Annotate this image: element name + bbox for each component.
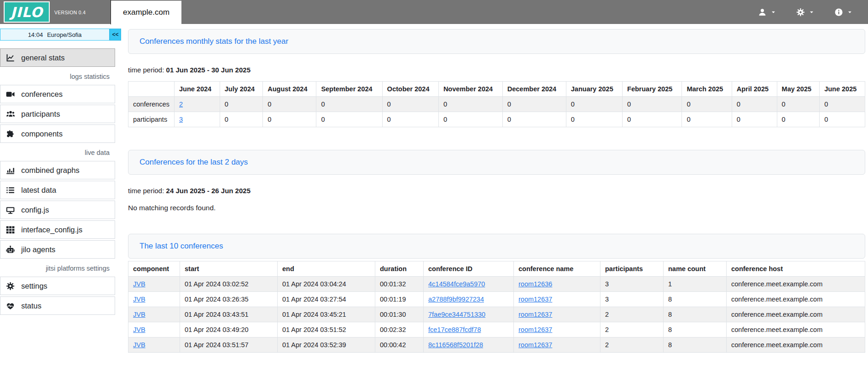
conference-name-link[interactable]: room12636 bbox=[518, 280, 552, 288]
monthly-column-header bbox=[128, 82, 175, 97]
last-conferences-title[interactable]: The last 10 conferences bbox=[140, 242, 223, 251]
conference-name-link[interactable]: room12637 bbox=[518, 311, 552, 318]
conference-table-row: JVB01 Apr 2024 03:43:5101 Apr 2024 03:45… bbox=[128, 307, 865, 322]
table-cell: 00:00:42 bbox=[375, 337, 424, 353]
sidebar-item-combined-graphs[interactable]: combined graphs bbox=[0, 161, 115, 179]
table-cell: 0 bbox=[502, 112, 566, 127]
conference-name-link[interactable]: room12637 bbox=[518, 326, 552, 333]
time-period-value: 01 Jun 2025 - 30 Jun 2025 bbox=[166, 66, 250, 74]
monthly-column-header: July 2024 bbox=[220, 82, 263, 97]
last-2-days-time-period: time period: 24 Jun 2025 - 26 Jun 2025 bbox=[128, 187, 865, 195]
header-menu-info[interactable] bbox=[834, 8, 852, 17]
sidebar-item-label: combined graphs bbox=[21, 166, 80, 175]
sidebar-section-label: live data bbox=[0, 144, 115, 161]
table-cell: 01 Apr 2024 03:51:52 bbox=[278, 322, 375, 337]
sidebar-item-jilo-agents[interactable]: jilo agents bbox=[0, 240, 115, 259]
chart-line-icon bbox=[6, 53, 16, 62]
sidebar-item-latest-data[interactable]: latest data bbox=[0, 181, 115, 199]
conference-id-link[interactable]: 8c116568f5201f28 bbox=[428, 341, 483, 349]
sidebar-item-general-stats[interactable]: general stats bbox=[0, 48, 115, 67]
table-cell: conference.meet.example.com bbox=[727, 337, 865, 353]
table-cell: 0 bbox=[732, 97, 777, 112]
robot-icon bbox=[6, 245, 16, 254]
sidebar-item-label: participants bbox=[21, 110, 60, 118]
table-cell: 8 bbox=[664, 292, 727, 307]
monthly-stats-table: June 2024July 2024August 2024September 2… bbox=[128, 81, 865, 127]
table-cell: 01 Apr 2024 03:02:52 bbox=[180, 277, 278, 292]
conference-id-link[interactable]: 7fae9ce344751330 bbox=[428, 311, 485, 318]
sidebar-item-settings[interactable]: settings bbox=[0, 277, 115, 295]
component-link[interactable]: JVB bbox=[133, 280, 146, 288]
component-link[interactable]: JVB bbox=[133, 311, 146, 318]
sidebar-item-conferences[interactable]: conferences bbox=[0, 85, 115, 103]
table-cell: 8 bbox=[664, 307, 727, 322]
conference-name-link[interactable]: room12637 bbox=[518, 341, 552, 349]
component-link[interactable]: JVB bbox=[133, 341, 146, 349]
table-cell: 0 bbox=[777, 112, 820, 127]
video-camera-icon bbox=[6, 90, 16, 99]
sidebar-item-participants[interactable]: participants bbox=[0, 105, 115, 123]
table-cell: 0 bbox=[623, 112, 682, 127]
table-cell: 0 bbox=[316, 97, 382, 112]
monthly-row-participants: participants3000000000000 bbox=[128, 112, 865, 127]
conference-column-header: conference host bbox=[727, 261, 865, 277]
table-cell: JVB bbox=[128, 292, 180, 307]
platform-tab[interactable]: example.com bbox=[111, 0, 181, 24]
monthly-column-header: December 2024 bbox=[502, 82, 566, 97]
app-version: VERSION 0.4 bbox=[54, 10, 86, 15]
no-records-message: No matching records found. bbox=[128, 204, 865, 212]
table-cell: 01 Apr 2024 03:27:54 bbox=[278, 292, 375, 307]
table-cell: 0 bbox=[566, 112, 622, 127]
sidebar-item-status[interactable]: status bbox=[0, 296, 115, 315]
table-cell: 0 bbox=[777, 97, 820, 112]
time-period-label: time period: bbox=[128, 187, 164, 195]
conference-id-link[interactable]: a2788f9bf9927234 bbox=[428, 296, 484, 303]
last-2-days-title[interactable]: Conferences for the last 2 days bbox=[140, 158, 248, 167]
monthly-column-header: September 2024 bbox=[316, 82, 382, 97]
monthly-column-header: November 2024 bbox=[438, 82, 502, 97]
table-cell: 00:01:30 bbox=[375, 307, 424, 322]
caret-down-icon bbox=[771, 10, 776, 15]
sidebar-item-components[interactable]: components bbox=[0, 124, 115, 143]
main-content: Conferences monthly stats for the last y… bbox=[115, 24, 868, 373]
app-logo: JILO bbox=[4, 1, 50, 23]
bar-chart-icon bbox=[6, 166, 16, 175]
monthly-stats-title[interactable]: Conferences monthly stats for the last y… bbox=[140, 37, 288, 46]
table-cell: conference.meet.example.com bbox=[727, 307, 865, 322]
conference-table-row: JVB01 Apr 2024 03:51:5701 Apr 2024 03:52… bbox=[128, 337, 865, 353]
table-cell: 0 bbox=[502, 97, 566, 112]
table-cell: 0 bbox=[566, 97, 622, 112]
sidebar-item-config-js[interactable]: config.js bbox=[0, 201, 115, 219]
sidebar-nav: general statslogs statisticsconferencesp… bbox=[0, 48, 115, 315]
conference-id-link[interactable]: fce17ce887fcdf78 bbox=[428, 326, 481, 333]
sidebar-item-interface-config-js[interactable]: interface_config.js bbox=[0, 220, 115, 239]
monthly-count-link[interactable]: 2 bbox=[179, 101, 183, 108]
header-menu-gear[interactable] bbox=[796, 8, 814, 17]
sidebar: 14:04 Europe/Sofia << general statslogs … bbox=[0, 24, 115, 316]
table-cell: 0 bbox=[316, 112, 382, 127]
component-link[interactable]: JVB bbox=[133, 296, 146, 303]
table-cell: 01 Apr 2024 03:43:51 bbox=[180, 307, 278, 322]
table-cell: 01 Apr 2024 03:45:21 bbox=[278, 307, 375, 322]
header-menu-user[interactable] bbox=[758, 8, 776, 17]
table-cell: 0 bbox=[732, 112, 777, 127]
table-cell: 0 bbox=[820, 97, 865, 112]
conference-id-link[interactable]: 4c14584fce9a5970 bbox=[428, 280, 485, 288]
monthly-column-header: June 2024 bbox=[175, 82, 220, 97]
app-logo-text: JILO bbox=[11, 4, 43, 20]
table-cell: 0 bbox=[220, 112, 263, 127]
puzzle-icon bbox=[6, 130, 16, 138]
table-cell: 2 bbox=[600, 322, 664, 337]
table-cell: a2788f9bf9927234 bbox=[424, 292, 514, 307]
component-link[interactable]: JVB bbox=[133, 326, 146, 333]
sidebar-item-label: general stats bbox=[21, 53, 64, 62]
conference-name-link[interactable]: room12637 bbox=[518, 296, 552, 303]
table-cell: 1 bbox=[664, 277, 727, 292]
table-cell: conference.meet.example.com bbox=[727, 322, 865, 337]
table-cell: 00:01:32 bbox=[375, 277, 424, 292]
conference-column-header: name count bbox=[664, 261, 727, 277]
table-cell: 0 bbox=[382, 97, 438, 112]
sidebar-item-label: components bbox=[21, 130, 63, 138]
monthly-count-link[interactable]: 3 bbox=[179, 116, 183, 123]
monthly-column-header: February 2025 bbox=[623, 82, 682, 97]
